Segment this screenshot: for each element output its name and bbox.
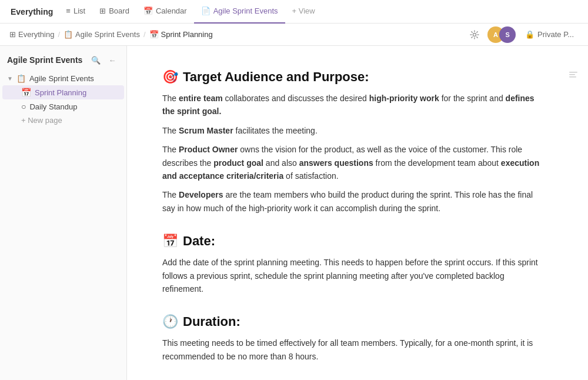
caret-icon: ▼ bbox=[7, 75, 13, 82]
sidebar-header-actions: 🔍 ← bbox=[89, 53, 119, 67]
breadcrumb-sep-1: / bbox=[58, 30, 60, 39]
breadcrumb: ⊞ Everything / 📋 Agile Sprint Events / 📅… bbox=[0, 24, 588, 46]
avatar-2: S bbox=[499, 26, 516, 43]
heading-target: 🎯 Target Audience and Purpose: bbox=[162, 69, 541, 85]
breadcrumb-everything[interactable]: ⊞ Everything bbox=[9, 30, 54, 39]
date-emoji: 📅 bbox=[162, 234, 178, 249]
svg-rect-2 bbox=[569, 74, 575, 75]
sidebar-parent-agile-sprint-events[interactable]: ▼ 📋 Agile Sprint Events bbox=[2, 72, 124, 85]
tab-board[interactable]: ⊞ Board bbox=[92, 0, 136, 24]
sidebar-title: Agile Sprint Events bbox=[7, 55, 82, 65]
heading-date: 📅 Date: bbox=[162, 234, 541, 249]
sprint-events-icon: 📋 bbox=[64, 30, 73, 39]
svg-rect-1 bbox=[569, 72, 577, 73]
page-icon: 📄 bbox=[201, 6, 211, 15]
content-area: 🎯 Target Audience and Purpose: The entir… bbox=[127, 46, 588, 380]
breadcrumb-sprint-planning: 📅 Sprint Planning bbox=[149, 30, 213, 39]
section-target-audience: 🎯 Target Audience and Purpose: The entir… bbox=[162, 69, 541, 215]
board-icon: ⊞ bbox=[99, 6, 106, 15]
sidebar-tree: ▼ 📋 Agile Sprint Events 📅 Sprint Plannin… bbox=[0, 72, 126, 127]
para-target-4: The Developers are the team members who … bbox=[162, 188, 541, 215]
tab-calendar[interactable]: 📅 Calendar bbox=[136, 0, 194, 24]
settings-button[interactable] bbox=[466, 26, 483, 43]
top-nav: Everything ≡ List ⊞ Board 📅 Calendar 📄 A… bbox=[0, 0, 588, 24]
heading-duration-text: Duration: bbox=[183, 314, 240, 329]
sidebar-item-sprint-planning[interactable]: 📅 Sprint Planning bbox=[2, 85, 124, 99]
section-date: 📅 Date: Add the date of the sprint plann… bbox=[162, 234, 541, 295]
private-button[interactable]: 🔒 Private P... bbox=[520, 28, 579, 41]
svg-point-0 bbox=[473, 33, 476, 36]
para-target-1: The entire team collaborates and discuss… bbox=[162, 92, 541, 118]
breadcrumb-agile-sprint-events[interactable]: 📋 Agile Sprint Events bbox=[64, 30, 140, 39]
para-date-1: Add the date of the sprint planning meet… bbox=[162, 256, 541, 295]
calendar-icon: 📅 bbox=[143, 6, 153, 15]
para-duration-1: This meeting needs to be timed effective… bbox=[162, 336, 541, 363]
avatar-group: A S bbox=[487, 26, 516, 43]
daily-standup-icon: ○ bbox=[21, 102, 26, 111]
breadcrumb-sep-2: / bbox=[143, 30, 146, 39]
breadcrumb-right: A S 🔒 Private P... bbox=[466, 26, 579, 43]
heading-duration: 🕐 Duration: bbox=[162, 314, 541, 329]
heading-date-text: Date: bbox=[183, 234, 215, 249]
lock-icon: 🔒 bbox=[525, 30, 534, 39]
target-emoji: 🎯 bbox=[162, 69, 178, 85]
outline-icon[interactable] bbox=[568, 69, 579, 82]
everything-grid-icon: ⊞ bbox=[9, 30, 16, 39]
main-layout: Agile Sprint Events 🔍 ← ▼ 📋 Agile Sprint… bbox=[0, 46, 588, 380]
sidebar-parent-icon: 📋 bbox=[16, 74, 26, 83]
sidebar-header: Agile Sprint Events 🔍 ← bbox=[0, 46, 126, 72]
list-icon: ≡ bbox=[66, 6, 71, 15]
sidebar-item-daily-standup[interactable]: ○ Daily Standup bbox=[2, 99, 124, 114]
everything-home[interactable]: Everything bbox=[5, 0, 59, 24]
sprint-planning-item-icon: 📅 bbox=[21, 88, 31, 97]
heading-target-text: Target Audience and Purpose: bbox=[183, 69, 369, 85]
para-target-3: The Product Owner owns the vision for th… bbox=[162, 143, 541, 182]
sidebar: Agile Sprint Events 🔍 ← ▼ 📋 Agile Sprint… bbox=[0, 46, 127, 380]
section-duration: 🕐 Duration: This meeting needs to be tim… bbox=[162, 314, 541, 363]
sidebar-search-button[interactable]: 🔍 bbox=[89, 53, 103, 67]
sidebar-new-page-button[interactable]: + New page bbox=[2, 114, 124, 127]
para-target-2: The Scrum Master facilitates the meeting… bbox=[162, 124, 541, 137]
tab-agile-sprint-events[interactable]: 📄 Agile Sprint Events bbox=[194, 0, 285, 24]
svg-rect-3 bbox=[569, 76, 576, 78]
tab-add-view[interactable]: + View bbox=[285, 0, 322, 24]
sprint-planning-icon: 📅 bbox=[149, 30, 159, 39]
duration-emoji: 🕐 bbox=[162, 314, 178, 329]
sidebar-collapse-button[interactable]: ← bbox=[105, 53, 119, 67]
tab-list[interactable]: ≡ List bbox=[59, 0, 92, 24]
